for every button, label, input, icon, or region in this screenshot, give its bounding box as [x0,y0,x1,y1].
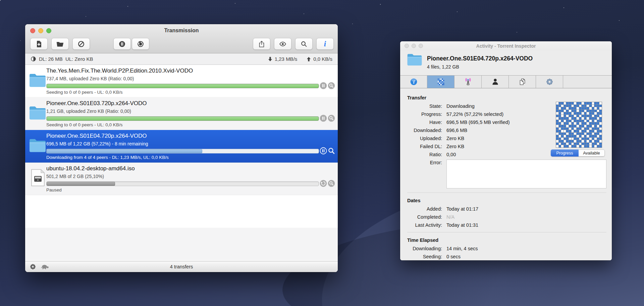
row-value: Today at 01:17 [446,206,478,212]
stats-globe-icon[interactable] [31,56,36,62]
piece-done [556,122,558,125]
action-gear-button[interactable] [30,263,36,270]
piece-missing [579,143,582,145]
piece-missing [577,125,579,127]
quicklook-button[interactable] [274,38,291,50]
close-button[interactable] [30,28,35,33]
speed-limit-button[interactable] [41,264,49,270]
tab-activity[interactable] [427,76,454,88]
piece-done [592,120,594,122]
reveal-button[interactable] [328,82,335,89]
row-value: Zero KB [446,143,464,149]
pause-button[interactable] [320,82,327,89]
piece-done [559,130,561,132]
piece-done [577,133,579,135]
pause-button[interactable] [320,147,327,155]
piece-done [574,138,576,140]
piece-missing [589,143,592,145]
piece-done [592,130,594,132]
transmission-bottombar: 4 transfers [25,261,338,272]
pieces-available-button[interactable]: Available [579,149,605,157]
zoom-button[interactable] [46,28,51,33]
row-value: 0,00 [446,151,456,158]
piece-done [599,117,602,120]
open-torrent-button[interactable] [51,38,69,50]
piece-done [559,102,561,104]
piece-missing [559,128,561,130]
piece-done [564,138,566,140]
piece-done [597,115,599,117]
zoom-button[interactable] [419,44,423,48]
tab-trackers[interactable] [454,76,482,88]
piece-done [564,122,566,125]
remove-button[interactable] [72,38,90,50]
inspector-button[interactable]: i [316,38,334,50]
piece-missing [589,128,592,130]
transmission-titlebar[interactable]: Transmission [25,24,338,37]
piece-missing [599,107,602,110]
piece-done [584,135,587,137]
piece-missing [582,102,584,104]
torrent-row[interactable]: ubuntu-18.04.2-desktop-amd64.iso501,2 MB… [25,163,338,195]
tab-files[interactable] [509,76,536,88]
piece-missing [582,117,584,120]
piece-done [577,102,579,104]
piece-done [559,117,561,120]
piece-done [592,145,594,147]
piece-done [592,110,594,112]
section-divider [407,192,606,193]
row-value: Today at 01:31 [446,222,478,228]
resume-all-button[interactable] [132,38,149,50]
minimize-button[interactable] [38,28,43,33]
piece-done [577,143,579,145]
share-button[interactable] [253,38,270,50]
piece-missing [566,133,569,135]
reveal-button[interactable] [328,115,335,122]
filter-button[interactable] [295,38,313,50]
pause-button[interactable] [320,115,327,122]
reveal-button[interactable] [328,180,335,187]
pieces-progress-button[interactable]: Progress [551,149,579,157]
piece-missing [592,105,594,107]
piece-done [569,102,571,104]
error-field[interactable] [446,160,606,188]
reveal-button[interactable] [328,147,335,155]
piece-done [566,102,569,104]
svg-text:i: i [413,79,414,85]
torrent-row[interactable]: Pioneer.One.S01E03.720p.x264-VODO1,21 GB… [25,97,338,130]
piece-missing [582,112,584,115]
piece-missing [587,112,589,115]
piece-done [574,112,576,115]
peers-tab-icon [491,78,499,86]
piece-done [582,122,584,125]
piece-done [561,143,564,145]
torrent-row[interactable]: The.Yes.Men.Fix.The.World.P2P.Edition.20… [25,65,338,97]
piece-done [564,117,566,120]
close-button[interactable] [405,44,409,48]
torrent-row[interactable]: Pioneer.One.S01E04.720p.x264-VODO696,5 M… [25,130,338,163]
piece-done [579,112,582,115]
inspector-titlebar[interactable]: Activity - Torrent Inspector [400,41,612,50]
minimize-button[interactable] [412,44,416,48]
tab-options[interactable] [536,76,563,88]
piece-done [569,130,571,132]
tab-peers[interactable] [482,76,509,88]
piece-done [564,125,566,127]
piece-done [592,135,594,137]
pause-all-button[interactable] [113,38,131,50]
piece-done [572,135,574,137]
piece-done [594,102,597,104]
row-value: 696,6 MB [446,127,467,133]
piece-done [561,117,564,120]
piece-done [594,128,597,130]
piece-missing [592,140,594,142]
resume-button[interactable] [320,180,327,187]
piece-done [599,143,602,145]
remove-icon [77,40,85,48]
disk-image-icon [31,169,45,186]
piece-done [556,138,558,140]
tab-general[interactable]: i [400,76,427,88]
piece-done [569,125,571,127]
piece-done [556,143,558,145]
add-torrent-button[interactable] [30,38,48,50]
